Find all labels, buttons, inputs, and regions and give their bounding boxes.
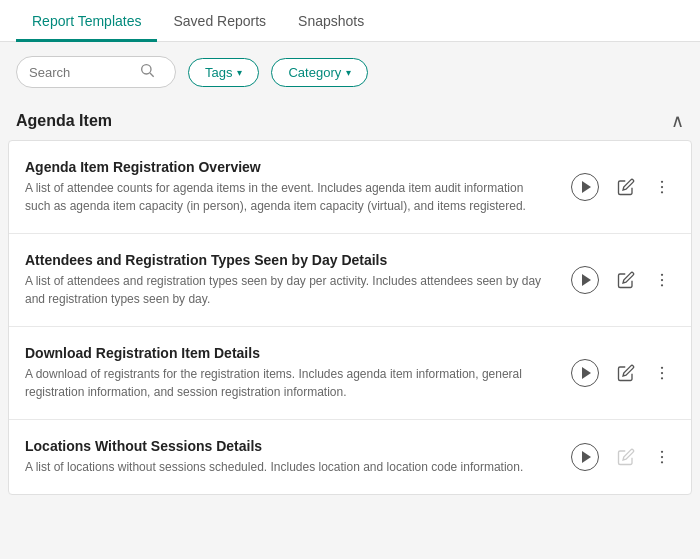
svg-point-10 — [661, 377, 663, 379]
table-row: Agenda Item Registration Overview A list… — [9, 141, 691, 234]
report-desc: A list of attendee counts for agenda ite… — [25, 179, 551, 215]
section-title: Agenda Item — [16, 112, 112, 130]
report-name: Attendees and Registration Types Seen by… — [25, 252, 551, 268]
report-desc: A list of locations without sessions sch… — [25, 458, 551, 476]
report-actions — [567, 355, 675, 391]
pencil-icon — [617, 364, 635, 382]
section-header: Agenda Item ∧ — [0, 102, 700, 140]
tab-bar: Report Templates Saved Reports Snapshots — [0, 0, 700, 42]
report-desc: A list of attendees and registration typ… — [25, 272, 551, 308]
search-box[interactable] — [16, 56, 176, 88]
play-button[interactable] — [567, 355, 603, 391]
svg-point-12 — [661, 456, 663, 458]
table-row: Attendees and Registration Types Seen by… — [9, 234, 691, 327]
svg-point-6 — [661, 279, 663, 281]
report-info: Download Registration Item Details A dow… — [25, 345, 567, 401]
category-label: Category — [288, 65, 341, 80]
table-row: Download Registration Item Details A dow… — [9, 327, 691, 420]
report-actions — [567, 262, 675, 298]
play-button[interactable] — [567, 262, 603, 298]
edit-button[interactable] — [613, 174, 639, 200]
more-icon — [653, 178, 671, 196]
pencil-icon — [617, 178, 635, 196]
play-circle-icon — [571, 266, 599, 294]
report-name: Locations Without Sessions Details — [25, 438, 551, 454]
play-button[interactable] — [567, 169, 603, 205]
more-icon — [653, 364, 671, 382]
play-button[interactable] — [567, 439, 603, 475]
play-triangle-icon — [582, 274, 591, 286]
report-actions — [567, 169, 675, 205]
svg-point-11 — [661, 451, 663, 453]
svg-line-1 — [150, 73, 154, 77]
table-row: Locations Without Sessions Details A lis… — [9, 420, 691, 494]
svg-point-0 — [142, 65, 151, 74]
play-triangle-icon — [582, 367, 591, 379]
category-filter-button[interactable]: Category ▾ — [271, 58, 368, 87]
svg-point-13 — [661, 461, 663, 463]
report-info: Agenda Item Registration Overview A list… — [25, 159, 567, 215]
svg-point-2 — [661, 181, 663, 183]
svg-point-3 — [661, 186, 663, 188]
more-button[interactable] — [649, 444, 675, 470]
tab-snapshots[interactable]: Snapshots — [282, 3, 380, 42]
play-triangle-icon — [582, 181, 591, 193]
tab-report-templates[interactable]: Report Templates — [16, 3, 157, 42]
collapse-button[interactable]: ∧ — [671, 112, 684, 130]
category-chevron-icon: ▾ — [346, 67, 351, 78]
toolbar: Tags ▾ Category ▾ — [0, 42, 700, 102]
report-actions — [567, 439, 675, 475]
report-name: Download Registration Item Details — [25, 345, 551, 361]
edit-button — [613, 444, 639, 470]
tags-label: Tags — [205, 65, 232, 80]
play-circle-icon — [571, 173, 599, 201]
tags-chevron-icon: ▾ — [237, 67, 242, 78]
more-button[interactable] — [649, 267, 675, 293]
more-button[interactable] — [649, 174, 675, 200]
svg-point-4 — [661, 191, 663, 193]
report-name: Agenda Item Registration Overview — [25, 159, 551, 175]
svg-point-9 — [661, 372, 663, 374]
pencil-icon — [617, 271, 635, 289]
svg-point-8 — [661, 367, 663, 369]
tab-saved-reports[interactable]: Saved Reports — [157, 3, 282, 42]
more-icon — [653, 448, 671, 466]
play-triangle-icon — [582, 451, 591, 463]
more-icon — [653, 271, 671, 289]
search-icon — [139, 62, 155, 82]
more-button[interactable] — [649, 360, 675, 386]
report-info: Locations Without Sessions Details A lis… — [25, 438, 567, 476]
search-input[interactable] — [29, 65, 139, 80]
report-info: Attendees and Registration Types Seen by… — [25, 252, 567, 308]
tags-filter-button[interactable]: Tags ▾ — [188, 58, 259, 87]
edit-button[interactable] — [613, 360, 639, 386]
play-circle-icon — [571, 359, 599, 387]
svg-point-5 — [661, 274, 663, 276]
pencil-icon — [617, 448, 635, 466]
play-circle-icon — [571, 443, 599, 471]
report-desc: A download of registrants for the regist… — [25, 365, 551, 401]
svg-point-7 — [661, 284, 663, 286]
edit-button[interactable] — [613, 267, 639, 293]
report-list: Agenda Item Registration Overview A list… — [8, 140, 692, 495]
